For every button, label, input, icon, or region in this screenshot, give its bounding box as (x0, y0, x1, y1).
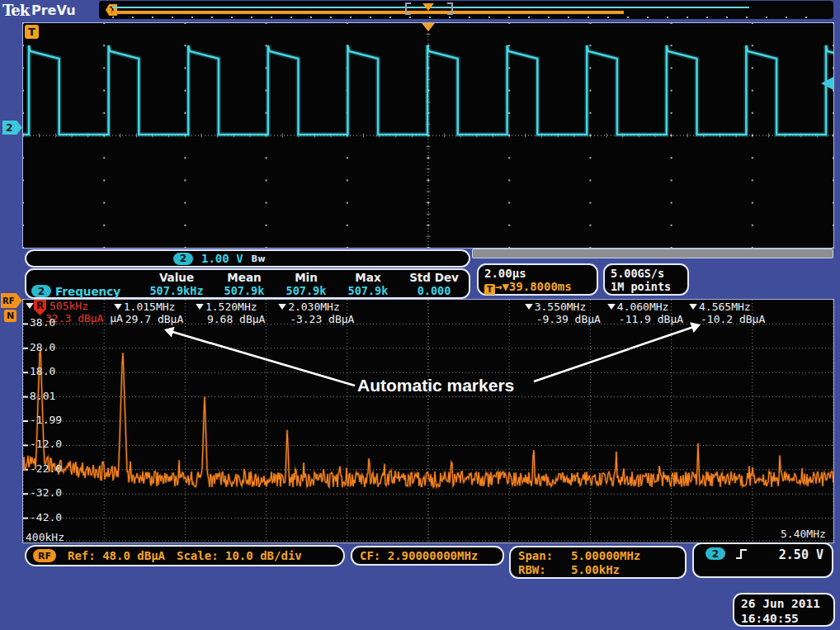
trigger-position-icon[interactable] (422, 3, 434, 11)
sample-rate: 5.00GS/s (611, 267, 687, 280)
meas-header-stddev: Std Dev (399, 271, 469, 284)
meas-stddev: 0.000 (399, 284, 469, 298)
trigger-readout[interactable]: 2 2.50 V (692, 542, 833, 578)
overview-rf-trace (112, 11, 624, 14)
waveform-graticule (22, 22, 834, 249)
rising-edge-icon (735, 547, 748, 561)
spectrum-start-frequency: 400kHz (26, 531, 64, 543)
trigger-delay-value: 39.8000ms (509, 280, 572, 293)
horizontal-readout[interactable]: 2.00µs T→▼39.8000ms (477, 263, 598, 296)
center-frequency-readout[interactable]: CF: 2.90000000MHz (351, 546, 504, 566)
spectrum-ytick: -42.0 (30, 511, 62, 523)
marker-amplitude: 9.68 dBµA (195, 313, 265, 325)
marker-frequency: 1.520MHz (205, 301, 257, 313)
marker-a-icon (26, 303, 34, 309)
auto-marker-readout: 1.015MHz29.7 dBµA (113, 301, 183, 325)
center-frequency-value: CF: 2.90000000MHz (360, 549, 478, 562)
marker-triangle-icon (114, 304, 122, 310)
time-label: 16:40:55 (741, 611, 833, 626)
datetime-box: 26 Jun 2011 16:40:55 (733, 593, 835, 627)
oscilloscope-screen: Tek PreVu T T 2 2 1.00 V Bw Value Mean M… (0, 0, 840, 630)
record-length: 1M points (611, 280, 687, 293)
auto-marker-readout: 2.030MHz-3.23 dBµA (277, 301, 354, 325)
date-label: 26 Jun 2011 (741, 596, 833, 611)
meas-ch2-badge: 2 (31, 285, 51, 297)
spectrum-ytick: 28.0 (30, 341, 55, 353)
marker-amplitude: -11.9 dBµA (606, 313, 683, 325)
trigger-level-arrow[interactable] (821, 77, 833, 90)
spectrum-ytick: -1.99 (30, 414, 62, 426)
trigger-source-ch2-badge: 2 (706, 547, 725, 560)
acquisition-mode-label: PreVu (31, 2, 76, 18)
marker-frequency: 3.550MHz (535, 301, 587, 313)
measurement-panel: Value Mean Min Max Std Dev 2 Frequency 5… (25, 268, 470, 299)
meas-min: 507.9k (276, 284, 337, 298)
meas-max: 507.9k (337, 284, 399, 298)
span-value: 5.00000MHz (571, 549, 640, 562)
spectrum-ytick: -32.0 (30, 486, 62, 499)
meas-header-mean: Mean (213, 271, 276, 284)
auto-marker-readout: 1.520MHz9.68 dBµA (195, 301, 265, 325)
reference-marker-readout: R 505kHz 32.3 dBµA µA (25, 300, 35, 312)
trigger-delay-readout: T→▼39.8000ms (484, 280, 597, 295)
marker-triangle-icon (689, 304, 697, 310)
spectrum-stop-frequency: 5.40MHz (781, 528, 826, 540)
rf-badge: RF (33, 549, 56, 562)
annotation-text: Automatic markers (357, 376, 514, 396)
trigger-source-badge: T (25, 25, 39, 39)
trigger-position-marker[interactable] (422, 23, 435, 31)
meas-header-max: Max (337, 271, 399, 284)
meas-header-value: Value (140, 271, 213, 284)
marker-amplitude: -9.39 dBµA (524, 313, 601, 325)
auto-marker-readout: 3.550MHz-9.39 dBµA (524, 301, 601, 325)
rf-normal-trace-badge: N (4, 310, 17, 322)
marker-frequency: 1.015MHz (124, 301, 176, 313)
ch2-volts-per-div: 1.00 V (201, 252, 243, 265)
tek-logo: Tek (2, 2, 29, 19)
marker-frequency: 4.565MHz (699, 301, 751, 313)
marker-frequency: 4.060MHz (617, 301, 669, 313)
title-bar: Tek PreVu T (0, 0, 840, 22)
spectrum-ytick: 38.0 (30, 316, 55, 329)
zoom-window-bracket-right[interactable] (446, 2, 453, 15)
span-rbw-readout[interactable]: Span:5.00000MHz RBW:5.00kHz (509, 546, 687, 579)
auto-marker-readout: 4.060MHz-11.9 dBµA (606, 301, 683, 325)
marker-amplitude: -3.23 dBµA (277, 313, 354, 325)
spectrum-ytick: 8.01 (30, 390, 55, 402)
trigger-t-icon: T (484, 284, 495, 295)
spectrum-graticule (22, 299, 834, 543)
rbw-value: 5.00kHz (571, 563, 620, 576)
acquisition-readout[interactable]: 5.00GS/s 1M points (603, 263, 689, 296)
rbw-label: RBW: (518, 563, 571, 577)
meas-row-label: 2 Frequency (26, 284, 140, 298)
ch2-badge: 2 (173, 253, 193, 265)
marker-triangle-icon (607, 304, 616, 310)
trigger-level-value: 2.50 V (779, 547, 823, 562)
marker-frequency: 2.030MHz (288, 301, 340, 313)
record-overview-strip[interactable]: T (99, 1, 833, 19)
rf-ref-level: Ref: 48.0 dBµA (68, 549, 165, 562)
ref-marker-frequency: 505kHz (50, 300, 88, 312)
marker-triangle-icon (278, 304, 286, 310)
meas-value: 507.9kHz (140, 284, 213, 298)
rf-scale: Scale: 10.0 dB/div (177, 549, 302, 562)
marker-amplitude: 29.7 dBµA (113, 313, 183, 325)
zoom-window-bracket-left[interactable] (405, 2, 412, 15)
marker-triangle-icon (525, 304, 533, 310)
spectrum-ytick: -22.0 (30, 462, 62, 475)
meas-header-min: Min (276, 271, 337, 284)
divider-scrollbar[interactable] (472, 249, 833, 258)
time-per-div: 2.00µs (484, 267, 597, 280)
rf-reference-readout[interactable]: RF Ref: 48.0 dBµA Scale: 10.0 dB/div (25, 545, 345, 566)
auto-marker-readout: 4.565MHz-10.2 dBµA (688, 301, 765, 325)
marker-triangle-icon (196, 304, 204, 310)
overview-ticks (112, 17, 822, 18)
meas-mean: 507.9k (213, 284, 276, 298)
bandwidth-limit-icon: Bw (252, 254, 266, 263)
ch2-scale-readout[interactable]: 2 1.00 V Bw (25, 249, 470, 268)
meas-name: Frequency (55, 285, 120, 298)
marker-amplitude: -10.2 dBµA (688, 313, 765, 325)
ch2-ground-marker[interactable]: 2 (2, 121, 22, 135)
trigger-arrow-glyphs: →▼ (495, 280, 509, 293)
rf-trace-marker[interactable]: RF (1, 293, 22, 308)
